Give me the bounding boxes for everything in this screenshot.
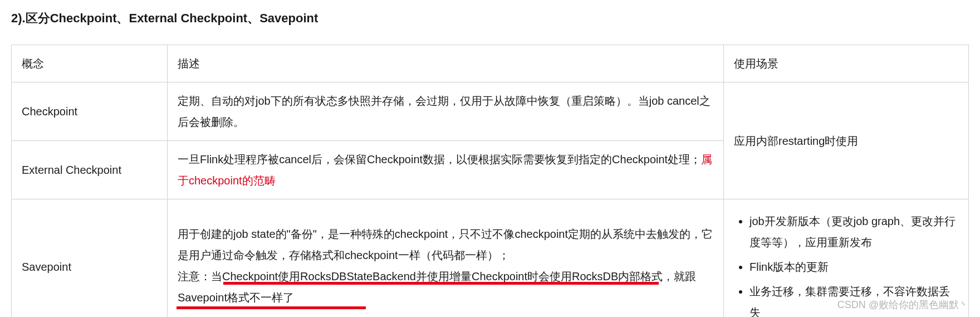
- cell-desc-checkpoint: 定期、自动的对job下的所有状态多快照并存储，会过期，仅用于从故障中恢复（重启策…: [168, 82, 724, 141]
- table-header-row: 概念 描述 使用场景: [12, 45, 969, 82]
- header-concept: 概念: [12, 45, 168, 82]
- red-underline-icon: [223, 282, 659, 285]
- desc-external-prefix: 一旦Flink处理程序被cancel后，会保留Checkpoint数据，以便根据…: [178, 153, 701, 165]
- note-prefix: 注意：: [178, 270, 211, 282]
- note-underlined: 当Checkpoint使用RocksDBStateBackend并使用增量Che…: [178, 270, 696, 304]
- usage-list: job开发新版本（更改job graph、更改并行度等等），应用重新发布 Fli…: [734, 211, 958, 317]
- cell-concept-checkpoint: Checkpoint: [12, 82, 168, 141]
- list-item: job开发新版本（更改job graph、更改并行度等等），应用重新发布: [749, 211, 958, 253]
- cell-usage-savepoint: job开发新版本（更改job graph、更改并行度等等），应用重新发布 Fli…: [724, 199, 969, 318]
- cell-concept-external: External Checkpoint: [12, 141, 168, 199]
- list-item: Flink版本的更新: [749, 256, 958, 277]
- table-row: Savepoint 用于创建的job state的"备份"，是一种特殊的chec…: [12, 199, 969, 318]
- table-row: Checkpoint 定期、自动的对job下的所有状态多快照并存储，会过期，仅用…: [12, 82, 969, 141]
- section-heading: 2).区分Checkpoint、External Checkpoint、Save…: [11, 10, 969, 27]
- comparison-table: 概念 描述 使用场景 Checkpoint 定期、自动的对job下的所有状态多快…: [11, 45, 969, 317]
- list-item: 业务迁移，集群需要迁移，不容许数据丢失: [749, 281, 958, 317]
- header-description: 描述: [168, 45, 724, 82]
- savepoint-desc-note: 注意：当Checkpoint使用RocksDBStateBackend并使用增量…: [178, 266, 713, 308]
- cell-concept-savepoint: Savepoint: [12, 199, 168, 318]
- cell-desc-savepoint: 用于创建的job state的"备份"，是一种特殊的checkpoint，只不过…: [168, 199, 724, 318]
- cell-desc-external: 一旦Flink处理程序被cancel后，会保留Checkpoint数据，以便根据…: [168, 141, 724, 199]
- header-usage: 使用场景: [724, 45, 969, 82]
- savepoint-desc-main: 用于创建的job state的"备份"，是一种特殊的checkpoint，只不过…: [178, 223, 713, 266]
- cell-usage-restarting: 应用内部restarting时使用: [724, 82, 969, 199]
- red-underline-icon: [177, 306, 366, 309]
